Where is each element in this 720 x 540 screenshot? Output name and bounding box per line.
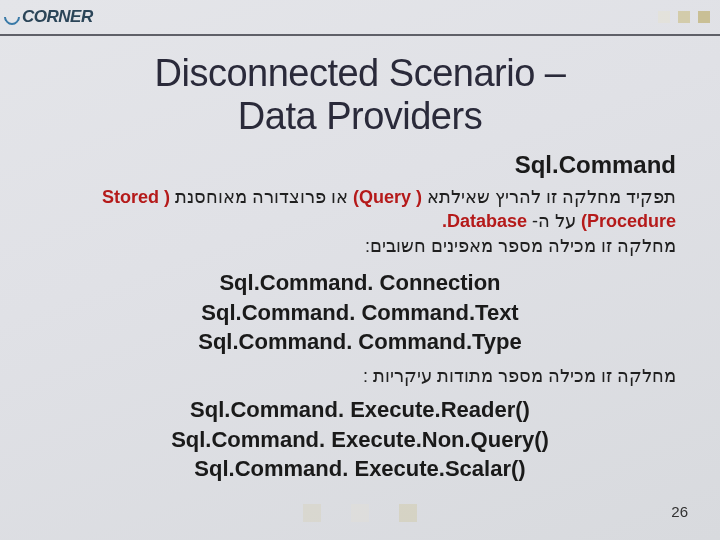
slide-subtitle: Sql.Command: [40, 151, 680, 179]
property-commandtext: Sql.Command. Command.Text: [40, 298, 680, 328]
properties-list: Sql.Command. Connection Sql.Command. Com…: [40, 268, 680, 357]
method-executereader: Sql.Command. Execute.Reader(): [40, 395, 680, 425]
square-icon: [698, 11, 710, 23]
square-icon: [658, 11, 670, 23]
logo-swirl-icon: [1, 6, 24, 29]
square-icon: [351, 504, 369, 522]
body-text-1: Stored ) תנסחואמ הרודצורפ וא (Query ) את…: [40, 185, 680, 258]
square-icon: [399, 504, 417, 522]
method-executescalar: Sql.Command. Execute.Scalar(): [40, 454, 680, 484]
property-commandtype: Sql.Command. Command.Type: [40, 327, 680, 357]
title-line-1: Disconnected Scenario –: [155, 52, 566, 94]
body-text-2: מחלקה זו מכילה מספר מתודות עיקריות :: [40, 365, 680, 387]
square-icon: [678, 11, 690, 23]
keyword-query: (Query ): [348, 187, 427, 207]
header-bar: CORNER: [0, 0, 720, 36]
keyword-stored: Stored ): [102, 187, 175, 207]
footer-squares-icon: [303, 504, 417, 522]
header-squares-icon: [658, 11, 710, 23]
logo: CORNER: [6, 7, 93, 27]
keyword-database: .Database: [442, 211, 532, 231]
title-line-2: Data Providers: [238, 95, 482, 137]
methods-list: Sql.Command. Execute.Reader() Sql.Comman…: [40, 395, 680, 484]
slide-content: Disconnected Scenario – Data Providers S…: [0, 44, 720, 492]
method-executenonquery: Sql.Command. Execute.Non.Query(): [40, 425, 680, 455]
keyword-procedure: (Procedure: [576, 211, 676, 231]
logo-text: CORNER: [22, 7, 93, 27]
property-connection: Sql.Command. Connection: [40, 268, 680, 298]
slide-title: Disconnected Scenario – Data Providers: [40, 52, 680, 137]
square-icon: [303, 504, 321, 522]
page-number: 26: [671, 503, 688, 520]
